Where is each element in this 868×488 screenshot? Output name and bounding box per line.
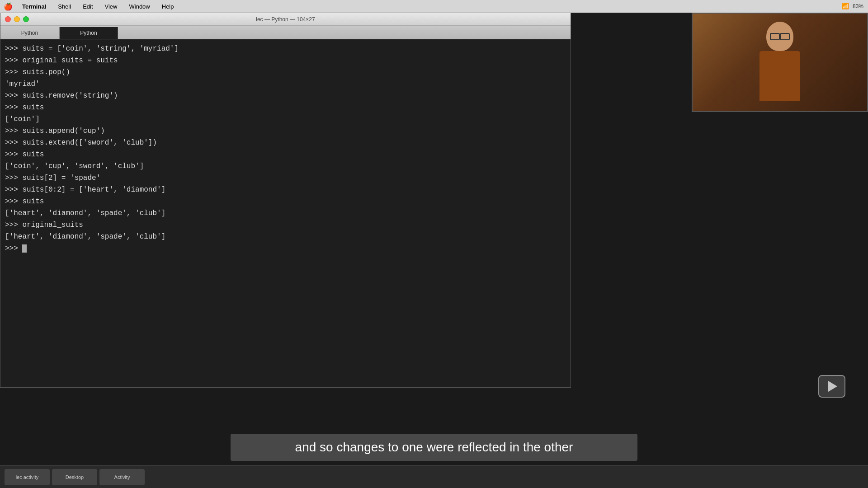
menu-shell[interactable]: Shell xyxy=(56,2,73,11)
person-glasses xyxy=(770,33,790,39)
taskbar-item-lec[interactable]: lec activity xyxy=(5,469,50,485)
terminal-line: >>> suits xyxy=(5,196,566,207)
terminal-line: 'myriad' xyxy=(5,78,566,90)
play-icon xyxy=(828,381,837,392)
window-title: lec — Python — 104×27 xyxy=(256,16,315,23)
cursor xyxy=(22,244,27,253)
terminal-content[interactable]: >>> suits = ['coin', 'string', 'myriad']… xyxy=(0,39,571,387)
terminal-line: ['heart', 'diamond', 'spade', 'club'] xyxy=(5,231,566,243)
taskbar: lec activity Desktop Activity xyxy=(0,465,868,488)
terminal-line: ['coin'] xyxy=(5,113,566,125)
terminal-line: ['heart', 'diamond', 'spade', 'club'] xyxy=(5,207,566,219)
tab-python-2[interactable]: Python xyxy=(59,27,118,39)
terminal-line: >>> suits.pop() xyxy=(5,66,566,78)
subtitle-bar: and so changes to one were reflected in … xyxy=(231,434,637,461)
terminal-title-bar: lec — Python — 104×27 xyxy=(0,13,571,26)
menu-help[interactable]: Help xyxy=(160,2,176,11)
minimize-button[interactable] xyxy=(14,16,20,22)
terminal-line: >>> suits xyxy=(5,102,566,113)
apple-menu[interactable]: 🍎 xyxy=(4,2,13,11)
menu-terminal[interactable]: Terminal xyxy=(20,2,48,11)
person-head xyxy=(766,22,793,51)
terminal-line: ['coin', 'cup', 'sword', 'club'] xyxy=(5,160,566,172)
playback-button[interactable] xyxy=(818,375,845,398)
close-button[interactable] xyxy=(5,16,11,22)
terminal-line: >>> suits.remove('string') xyxy=(5,90,566,102)
wifi-icon: 📶 xyxy=(842,3,849,10)
terminal-line: >>> suits[0:2] = ['heart', 'diamond'] xyxy=(5,184,566,196)
terminal-line: >>> suits.append('cup') xyxy=(5,125,566,137)
subtitle-text: and so changes to one were reflected in … xyxy=(295,440,573,454)
terminal-line: >>> original_suits = suits xyxy=(5,55,566,66)
menu-edit[interactable]: Edit xyxy=(80,2,95,11)
tabs-bar: Python Python xyxy=(0,26,571,39)
menu-bar-right: 📶 83% xyxy=(842,0,863,13)
terminal-line: >>> suits.extend(['sword', 'club']) xyxy=(5,137,566,149)
menu-view[interactable]: View xyxy=(103,2,120,11)
terminal-window: lec — Python — 104×27 Python Python >>> … xyxy=(0,13,571,388)
video-overlay xyxy=(692,13,868,112)
person-silhouette xyxy=(753,22,807,103)
battery-indicator: 83% xyxy=(853,3,863,9)
window-controls xyxy=(5,16,29,22)
person-body xyxy=(760,51,800,101)
terminal-line: >>> suits = ['coin', 'string', 'myriad'] xyxy=(5,43,566,55)
terminal-line: >>> suits xyxy=(5,149,566,160)
menu-window[interactable]: Window xyxy=(127,2,152,11)
taskbar-item-desktop[interactable]: Desktop xyxy=(52,469,97,485)
taskbar-item-activity[interactable]: Activity xyxy=(99,469,145,485)
terminal-line: >>> original_suits xyxy=(5,219,566,231)
video-feed xyxy=(693,14,867,111)
maximize-button[interactable] xyxy=(23,16,29,22)
terminal-line: >>> suits[2] = 'spade' xyxy=(5,172,566,184)
menu-bar: 🍎 Terminal Shell Edit View Window Help 📶… xyxy=(0,0,868,13)
tab-python-1[interactable]: Python xyxy=(0,27,59,39)
terminal-prompt-line[interactable]: >>> xyxy=(5,243,566,254)
